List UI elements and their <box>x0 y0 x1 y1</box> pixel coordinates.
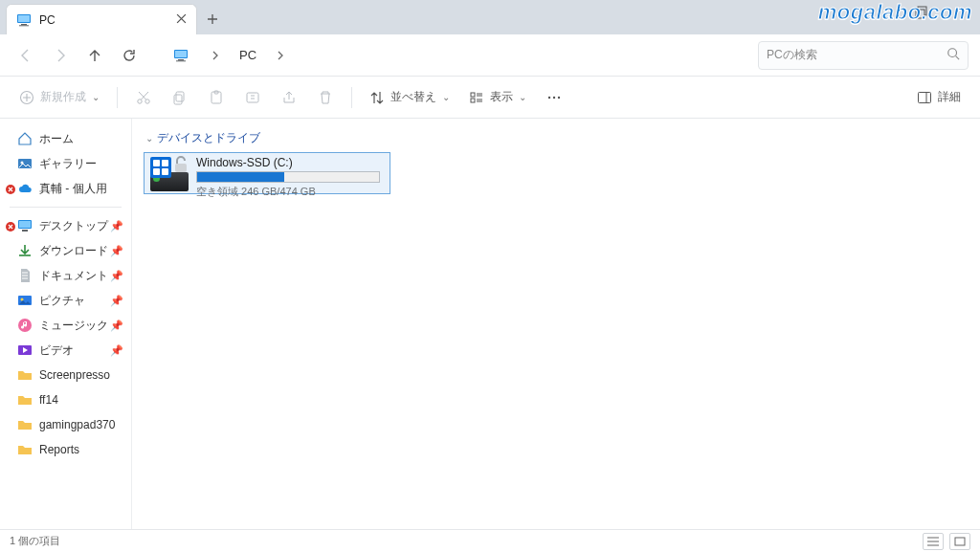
sort-label: 並べ替え <box>390 89 436 105</box>
folder-icon <box>17 442 33 457</box>
status-text: 1 個の項目 <box>10 534 60 548</box>
more-button[interactable] <box>538 83 570 112</box>
breadcrumb-chevron-icon[interactable] <box>201 41 230 70</box>
sidebar-item-folder[interactable]: Screenpresso <box>0 363 131 387</box>
separator <box>10 207 122 208</box>
svg-rect-14 <box>176 92 184 101</box>
view-large-icons-button[interactable] <box>949 533 970 550</box>
tab-pc[interactable]: PC <box>6 4 197 34</box>
details-label: 詳細 <box>938 89 961 105</box>
svg-rect-18 <box>247 93 258 102</box>
group-header-label: デバイスとドライブ <box>157 130 260 146</box>
sidebar-item-onedrive[interactable]: 真輔 - 個人用 <box>0 176 131 201</box>
drive-usage-fill <box>197 172 284 182</box>
view-details-button[interactable] <box>923 533 944 550</box>
sidebar-item-home[interactable]: ホーム <box>0 126 131 151</box>
drive-icon <box>150 157 189 191</box>
svg-rect-15 <box>174 95 182 104</box>
watermark: mogalabo.com <box>818 2 972 23</box>
download-icon <box>17 243 33 258</box>
details-pane-button[interactable]: 詳細 <box>909 83 969 112</box>
sidebar-item-label: ビデオ <box>39 342 74 359</box>
folder-icon <box>17 367 33 383</box>
music-icon <box>17 318 33 333</box>
svg-point-21 <box>548 96 550 98</box>
sidebar-item-downloads[interactable]: ダウンロード 📌 <box>0 238 131 263</box>
sidebar-item-label: ミュージック <box>39 318 108 334</box>
separator <box>117 87 118 108</box>
back-button[interactable] <box>11 41 40 70</box>
window-restore-icon[interactable] <box>915 6 928 22</box>
breadcrumb-root-icon[interactable] <box>167 41 195 70</box>
delete-button[interactable] <box>309 83 342 112</box>
svg-point-10 <box>948 49 957 57</box>
cloud-icon <box>17 181 33 196</box>
breadcrumb-chevron-icon[interactable] <box>266 41 295 70</box>
breadcrumb-pc[interactable]: PC <box>235 48 260 62</box>
search-input[interactable]: PCの検索 <box>758 41 969 70</box>
pin-icon: 📌 <box>110 245 123 257</box>
svg-point-12 <box>138 99 142 102</box>
forward-button[interactable] <box>46 41 75 70</box>
video-icon <box>17 342 33 358</box>
status-bar: 1 個の項目 <box>0 529 980 552</box>
sidebar-item-pictures[interactable]: ピクチャ 📌 <box>0 288 131 313</box>
sidebar-item-label: 真輔 - 個人用 <box>39 181 107 197</box>
sidebar-item-music[interactable]: ミュージック 📌 <box>0 313 131 338</box>
folder-icon <box>17 417 33 432</box>
svg-rect-31 <box>19 221 31 228</box>
desktop-icon <box>17 218 33 233</box>
paste-button[interactable] <box>200 83 233 112</box>
pictures-icon <box>17 293 33 308</box>
sidebar-item-gallery[interactable]: ギャラリー <box>0 151 131 176</box>
sidebar-item-label: ダウンロード <box>39 243 108 259</box>
sort-button[interactable]: 並べ替え ⌄ <box>362 83 457 112</box>
search-icon <box>947 47 960 63</box>
cut-button[interactable] <box>127 83 160 112</box>
svg-rect-24 <box>919 92 931 102</box>
sidebar-item-videos[interactable]: ビデオ 📌 <box>0 338 131 363</box>
svg-rect-9 <box>176 60 186 61</box>
pc-icon <box>16 12 32 28</box>
sidebar: ホーム ギャラリー 真輔 - 個人用 デスクトップ 📌 ダウンロード 📌 ドキュ… <box>0 119 132 529</box>
sidebar-item-folder[interactable]: gamingpad370 <box>0 412 131 437</box>
drive-subtext: 空き領域 246 GB/474 GB <box>196 185 384 199</box>
chevron-down-icon: ⌄ <box>519 92 526 102</box>
svg-rect-32 <box>22 230 28 232</box>
svg-point-13 <box>145 99 149 102</box>
refresh-button[interactable] <box>115 41 144 70</box>
tab-close-icon[interactable] <box>176 13 187 27</box>
share-button[interactable] <box>273 83 305 112</box>
copy-button[interactable] <box>164 83 196 112</box>
sidebar-item-label: ドキュメント <box>39 268 108 284</box>
svg-rect-38 <box>955 538 965 545</box>
new-button[interactable]: 新規作成 ⌄ <box>11 83 107 112</box>
view-button[interactable]: 表示 ⌄ <box>461 83 534 112</box>
sidebar-item-label: デスクトップ <box>39 218 108 234</box>
svg-point-22 <box>553 96 555 98</box>
pin-icon: 📌 <box>110 320 123 332</box>
sidebar-item-folder[interactable]: Reports <box>0 437 131 462</box>
rename-button[interactable] <box>236 83 269 112</box>
drive-item-c[interactable]: Windows-SSD (C:) 空き領域 246 GB/474 GB <box>144 152 390 194</box>
svg-rect-3 <box>19 25 29 26</box>
new-tab-button[interactable] <box>197 4 228 34</box>
sidebar-item-documents[interactable]: ドキュメント 📌 <box>0 263 131 288</box>
sidebar-item-label: Reports <box>39 443 79 456</box>
drive-body: Windows-SSD (C:) 空き領域 246 GB/474 GB <box>196 156 384 199</box>
sidebar-item-desktop[interactable]: デスクトップ 📌 <box>0 213 131 238</box>
chevron-down-icon: ⌄ <box>442 92 450 102</box>
home-icon <box>17 131 33 146</box>
sidebar-item-label: ギャラリー <box>39 156 97 172</box>
tab-strip: PC mogalabo.com <box>0 0 980 34</box>
view-label: 表示 <box>490 89 513 105</box>
svg-rect-8 <box>178 59 184 60</box>
sidebar-item-label: ピクチャ <box>39 293 85 309</box>
drive-usage-bar <box>196 171 380 183</box>
group-header-devices[interactable]: ⌄ デバイスとドライブ <box>145 130 969 146</box>
sidebar-item-folder[interactable]: ff14 <box>0 387 131 412</box>
chevron-down-icon: ⌄ <box>92 92 100 102</box>
up-button[interactable] <box>80 41 109 70</box>
sidebar-item-label: Screenpresso <box>39 368 110 382</box>
svg-point-34 <box>21 298 24 301</box>
